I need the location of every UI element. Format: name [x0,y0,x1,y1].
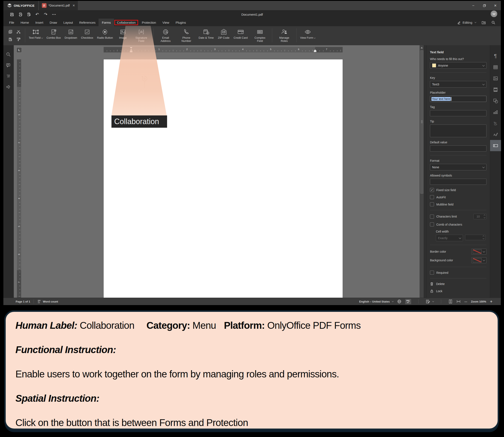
forms-button-credit-card[interactable]: Credit Card [232,28,250,39]
menu-home[interactable]: Home [17,19,32,26]
word-count-button[interactable]: 123 Word count [37,299,58,303]
fit-width-icon[interactable] [456,299,461,304]
forms-button-image[interactable]: Image [115,28,131,39]
lock-button[interactable]: Lock [430,289,486,293]
menu-references[interactable]: References [76,19,99,26]
cut-button[interactable] [14,28,22,36]
signature-settings-icon[interactable] [490,129,501,140]
forms-button-radio[interactable]: Radio Button [95,28,115,39]
save-button[interactable] [8,11,16,18]
header-footer-icon[interactable] [490,84,501,95]
forms-button-email[interactable]: Email Address [155,28,176,42]
text-art-icon[interactable]: Ta [490,118,501,129]
navigation-icon[interactable] [6,74,11,79]
forms-button-signature[interactable]: Signature Field [131,28,152,42]
forms-button-checkbox[interactable]: Checkbox [79,28,95,39]
scroll-up-icon[interactable] [421,47,423,49]
language-selector[interactable]: English – United States [359,300,393,303]
print-button[interactable] [16,11,25,18]
spinner-arrows[interactable] [484,215,485,218]
menu-forms[interactable]: Forms [99,19,114,26]
tip-textarea[interactable] [430,125,486,137]
allowed-symbols-input[interactable] [430,179,486,185]
spinner-arrows[interactable] [483,236,484,239]
menu-view[interactable]: View [159,19,172,26]
vertical-ruler[interactable]: 1234567 [17,60,21,298]
forms-button-dropdown[interactable]: Dropdown [63,28,79,39]
redo-button[interactable]: ↷ [41,11,50,18]
quick-print-button[interactable] [25,11,33,18]
menu-protection[interactable]: Protection [139,19,159,26]
background-color-picker[interactable] [471,257,486,263]
default-value-input[interactable] [430,145,486,152]
restore-button[interactable] [479,1,490,10]
canvas-scrollbar[interactable] [420,45,424,298]
border-color-picker[interactable] [471,249,486,255]
document-page[interactable] [104,60,343,298]
app-logo[interactable]: ONLYOFFICE [3,1,38,10]
cell-width-mode-dropdown[interactable]: Exactly [436,235,463,241]
characters-limit-checkbox[interactable]: Characters limit 10 [430,214,486,219]
menu-file[interactable]: File [6,19,17,26]
table-settings-icon[interactable] [490,61,501,73]
forms-button-text-field[interactable]: Text Field [27,28,45,39]
shape-settings-icon[interactable] [490,95,501,106]
customize-toolbar-button[interactable]: ••• [50,11,58,18]
menu-collaboration[interactable]: Collaboration [114,20,138,25]
search-icon[interactable] [491,20,495,25]
copy-button[interactable] [6,28,14,36]
forms-button-manage-roles[interactable]: Manage Roles [274,28,295,42]
cell-width-spinner[interactable] [465,235,485,240]
paragraph-settings-icon[interactable]: ¶ [490,50,501,61]
ruler-corner-button[interactable]: L [17,47,22,53]
search-icon[interactable] [6,52,11,57]
fit-page-icon[interactable] [448,299,453,304]
set-language-globe-icon[interactable] [397,299,402,304]
paste-button[interactable] [6,36,14,43]
who-dropdown[interactable]: Anyone [430,62,486,69]
key-dropdown[interactable]: Text3 [430,81,486,88]
autofit-checkbox[interactable]: AutoFit [430,195,486,199]
forms-button-phone[interactable]: Phone Number [176,28,197,42]
characters-limit-spinner[interactable]: 10 [473,214,486,219]
horizontal-ruler[interactable]: 1234567 [104,47,343,52]
undo-button[interactable]: ↶ [33,11,41,18]
menu-draw[interactable]: Draw [47,19,60,26]
zoom-in-button[interactable]: + [490,299,492,304]
forms-button-zip[interactable]: ZIP ZIP Code [216,28,232,39]
zoom-level[interactable]: Zoom 100% [471,300,486,303]
tab-close-icon[interactable]: ✕ [72,4,75,7]
spell-check-icon[interactable]: ABC [405,299,411,304]
menu-layout[interactable]: Layout [60,19,76,26]
forms-button-datetime[interactable]: Date & Time [197,28,216,39]
image-settings-icon[interactable] [490,73,501,84]
chart-settings-icon[interactable] [490,106,501,118]
forms-button-combo-box[interactable]: Combo Box [45,28,63,39]
close-button[interactable]: ✕ [490,1,501,10]
scrollbar-thumb[interactable] [420,50,423,194]
forms-button-view-form[interactable]: View Form [298,28,317,39]
zoom-out-button[interactable]: — [464,300,467,303]
required-checkbox[interactable]: Required [430,271,486,275]
forms-button-complex[interactable]: Complex Field [250,28,270,42]
comments-icon[interactable] [6,63,11,68]
tag-input[interactable] [430,110,486,116]
format-dropdown[interactable]: None [430,164,486,170]
open-file-location-icon[interactable] [482,20,486,24]
comb-of-characters-checkbox[interactable]: Comb of characters [430,222,486,227]
editing-mode-button[interactable]: Editing [457,21,476,24]
minimize-button[interactable]: – [468,1,479,10]
indent-marker-icon[interactable] [130,47,133,52]
menu-insert[interactable]: Insert [32,19,47,26]
avatar[interactable]: W [491,10,497,17]
format-painter-button[interactable] [14,36,22,43]
menu-plugins[interactable]: Plugins [172,19,189,26]
form-filling-button[interactable] [426,299,434,304]
document-tab[interactable]: *Document1.pdf ✕ [39,1,78,10]
placeholder-input[interactable]: Your text here [430,96,486,102]
page-indicator[interactable]: Page 1 of 1 [16,300,30,303]
fixed-size-checkbox[interactable]: ✓ Fixed size field [430,188,486,192]
delete-button[interactable]: Delete [430,282,486,286]
feedback-icon[interactable] [6,84,11,89]
multiline-checkbox[interactable]: Multiline field [430,202,486,206]
